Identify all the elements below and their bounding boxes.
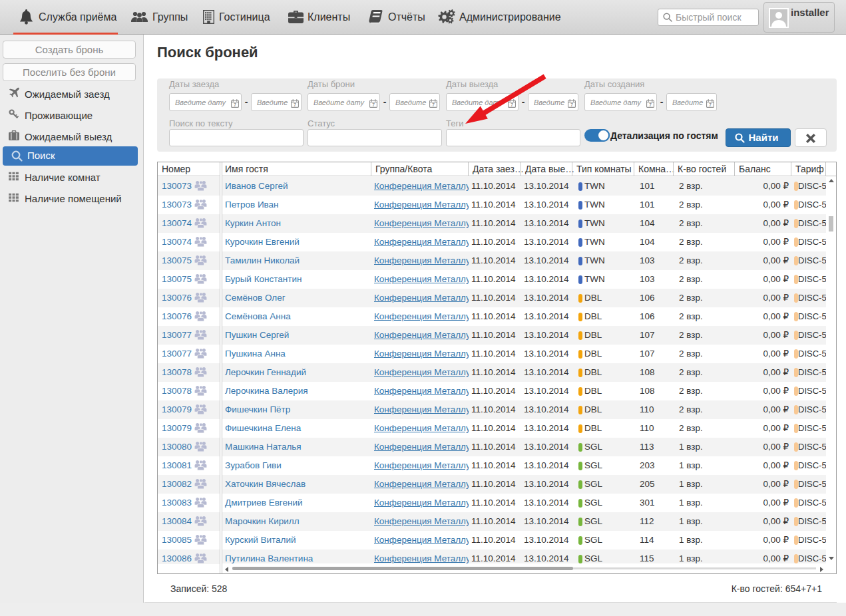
svg-text:7: 7 [234,102,236,107]
svg-text:7: 7 [709,102,712,107]
svg-text:7: 7 [649,102,652,107]
svg-text:7: 7 [372,102,375,107]
svg-text:7: 7 [570,102,573,107]
svg-text:7: 7 [432,102,435,107]
svg-text:7: 7 [294,102,296,107]
